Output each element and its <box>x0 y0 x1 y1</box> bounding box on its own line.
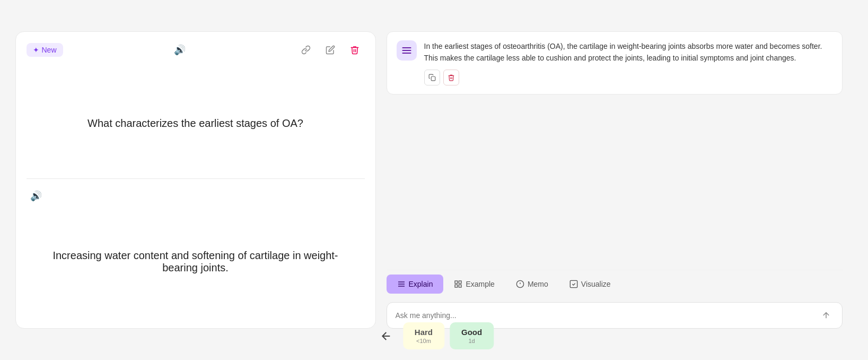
explanation-content: In the earliest stages of osteoarthritis… <box>424 40 832 85</box>
flashcard-top-bar: ✦ New 🔊 <box>16 32 375 68</box>
right-panel: In the earliest stages of osteoarthritis… <box>376 31 853 329</box>
bottom-toolbar: Explain Example Memo Visualize <box>387 270 843 298</box>
memo-button[interactable]: Memo <box>505 275 559 294</box>
edit-button[interactable] <box>321 40 340 59</box>
memo-icon <box>516 280 524 288</box>
svg-rect-9 <box>455 285 458 287</box>
visualize-button[interactable]: Visualize <box>559 275 621 294</box>
sparkle-icon: ✦ <box>33 46 39 54</box>
lines-icon <box>401 45 412 56</box>
new-badge: ✦ New <box>27 43 63 57</box>
hard-rating-button[interactable]: Hard <10m <box>403 322 444 349</box>
explanation-action-buttons <box>424 70 832 85</box>
flashcard-answer: Increasing water content and softening o… <box>16 205 375 328</box>
back-arrow-icon <box>380 330 392 342</box>
volume-button-top[interactable]: 🔊 <box>170 40 189 59</box>
copy-explanation-button[interactable] <box>424 70 440 85</box>
svg-rect-7 <box>455 281 458 284</box>
explanation-text: In the earliest stages of osteoarthritis… <box>424 40 832 64</box>
bottom-navigation: Hard <10m Good 1d <box>374 322 494 349</box>
send-icon <box>821 311 831 320</box>
volume-button-answer[interactable]: 🔊 <box>27 186 46 205</box>
new-badge-label: New <box>42 46 57 54</box>
ask-send-button[interactable] <box>819 308 834 323</box>
flashcard-action-buttons <box>296 40 364 59</box>
explain-icon <box>397 280 406 288</box>
visualize-icon <box>569 280 578 288</box>
link-button[interactable] <box>296 40 315 59</box>
explain-icon-box <box>397 40 417 61</box>
example-icon <box>454 280 462 288</box>
example-button[interactable]: Example <box>443 275 505 294</box>
ask-input[interactable] <box>396 311 819 320</box>
back-button[interactable] <box>374 324 398 348</box>
svg-rect-3 <box>431 76 435 81</box>
explain-button[interactable]: Explain <box>387 275 444 294</box>
svg-rect-10 <box>459 285 462 287</box>
explanation-card: In the earliest stages of osteoarthritis… <box>387 31 843 95</box>
svg-rect-8 <box>459 281 462 284</box>
flashcard-answer-header: 🔊 <box>16 179 375 205</box>
svg-rect-14 <box>570 280 577 287</box>
good-rating-button[interactable]: Good 1d <box>450 322 494 349</box>
flashcard-question: What characterizes the earliest stages o… <box>16 68 375 178</box>
delete-button[interactable] <box>345 40 364 59</box>
flashcard: ✦ New 🔊 <box>15 31 376 329</box>
delete-explanation-button[interactable] <box>443 70 459 85</box>
